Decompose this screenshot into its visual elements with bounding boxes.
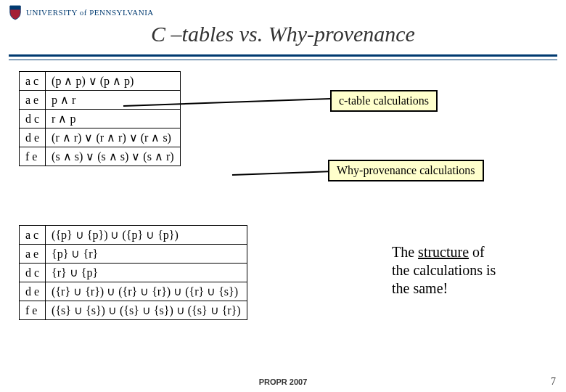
university-branding: UNIVERSITY of PENNSYLVANIA [9, 4, 154, 20]
table-row: f e({s} ∪ {s}) ∪ ({s} ∪ {s}) ∪ ({s} ∪ {r… [20, 301, 247, 320]
table-row: d cr ∧ p [20, 110, 181, 128]
ctable-callout: c-table calculations [330, 90, 438, 112]
footer-text: PROPR 2007 [0, 377, 566, 386]
table-row: f e(s ∧ s) ∨ (s ∧ s) ∨ (s ∧ r) [20, 147, 181, 166]
callout-connector [232, 171, 334, 176]
table-row: a ep ∧ r [20, 91, 181, 110]
whyprov-callout: Why-provenance calculations [328, 160, 484, 181]
page-number: 7 [551, 376, 556, 388]
table-row: d e(r ∧ r) ∨ (r ∧ r) ∨ (r ∧ s) [20, 128, 181, 147]
table-row: a c({p} ∪ {p}) ∪ ({p} ∪ {p}) [20, 226, 247, 245]
title-rule-thick [9, 54, 557, 57]
table-row: d c{r} ∪ {p} [20, 264, 247, 282]
title-rule-thin [9, 60, 557, 60]
whyprov-table: a c({p} ∪ {p}) ∪ ({p} ∪ {p}) a e{p} ∪ {r… [19, 225, 247, 320]
table-row: a e{p} ∪ {r} [20, 245, 247, 264]
slide-title: C –tables vs. Why-provenance [0, 22, 566, 46]
structure-note: The structure of the calculations is the… [392, 243, 496, 298]
table-row: a c(p ∧ p) ∨ (p ∧ p) [20, 72, 181, 91]
table-row: d e({r} ∪ {r}) ∪ ({r} ∪ {r}) ∪ ({r} ∪ {s… [20, 282, 247, 301]
shield-icon [9, 4, 22, 20]
ctable-table: a c(p ∧ p) ∨ (p ∧ p) a ep ∧ r d cr ∧ p d… [19, 71, 181, 166]
university-name: UNIVERSITY of PENNSYLVANIA [26, 8, 154, 17]
